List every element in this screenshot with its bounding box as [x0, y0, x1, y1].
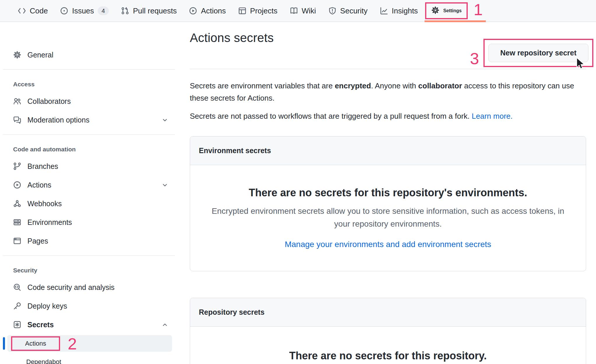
table-icon — [238, 7, 246, 15]
browser-icon — [13, 237, 21, 245]
gear-icon — [13, 51, 21, 59]
code-icon — [18, 7, 26, 15]
tab-settings[interactable]: Settings — [425, 2, 468, 19]
chevron-down-icon[interactable] — [161, 116, 169, 124]
repository-secrets-box: Repository secrets There are no secrets … — [190, 298, 586, 364]
environment-secrets-empty-title: There are no secrets for this repository… — [208, 186, 568, 200]
squared-asterisk-icon — [13, 321, 21, 329]
tab-projects[interactable]: Projects — [232, 0, 284, 22]
people-icon — [13, 97, 21, 105]
tab-security[interactable]: Security — [322, 0, 374, 22]
sidebar-item-label: Pages — [27, 237, 48, 245]
mouse-cursor — [576, 58, 588, 72]
tab-label: Wiki — [302, 6, 316, 15]
play-icon — [189, 7, 197, 15]
sidebar-item-collaborators[interactable]: Collaborators — [3, 92, 175, 111]
sidebar-section-code-automation: Code and automation — [3, 140, 175, 157]
repo-tab-bar: Code Issues 4 Pull requests Actions Proj… — [0, 0, 596, 22]
sidebar-item-label: Moderation options — [27, 116, 90, 124]
graph-icon — [380, 7, 388, 15]
manage-environments-link[interactable]: Manage your environments and add environ… — [285, 239, 491, 250]
sidebar-item-general[interactable]: General — [3, 46, 175, 64]
tab-pull-requests[interactable]: Pull requests — [115, 0, 183, 22]
sidebar-item-pages[interactable]: Pages — [3, 232, 175, 250]
settings-sidebar: General Access Collaborators Moderation … — [0, 22, 181, 364]
repository-secrets-header: Repository secrets — [190, 298, 586, 327]
sidebar-item-label: Deploy keys — [27, 302, 67, 310]
sidebar-item-webhooks[interactable]: Webhooks — [3, 194, 175, 213]
sidebar-item-label: Branches — [27, 162, 58, 171]
play-icon — [13, 181, 21, 189]
issue-opened-icon — [60, 7, 68, 15]
tab-label: Issues — [72, 6, 94, 15]
shield-icon — [328, 7, 336, 15]
sidebar-divider — [3, 256, 175, 256]
sidebar-divider — [3, 69, 175, 70]
tab-label: Pull requests — [133, 6, 177, 15]
tab-label: Security — [340, 6, 368, 15]
sidebar-item-secrets-actions[interactable]: Actions 2 — [7, 335, 172, 352]
fork-note-text: Secrets are not passed to workflows that… — [190, 110, 586, 122]
sidebar-item-label: Actions — [25, 340, 46, 347]
sidebar-item-label: Environments — [27, 218, 72, 227]
sidebar-item-code-security[interactable]: Code security and analysis — [3, 278, 175, 297]
repository-secrets-body: There are no secrets for this repository… — [190, 327, 586, 363]
git-pull-request-icon — [121, 7, 129, 15]
sidebar-item-label: General — [27, 51, 53, 59]
sidebar-section-security: Security — [3, 261, 175, 278]
environment-secrets-empty-description: Encrypted environment secrets allow you … — [209, 205, 567, 230]
repository-secrets-empty-title: There are no secrets for this repository… — [208, 349, 568, 363]
webhook-icon — [13, 200, 21, 208]
book-icon — [290, 7, 298, 15]
secrets-intro-text: Secrets are environment variables that a… — [190, 80, 586, 104]
tab-label: Actions — [201, 6, 226, 15]
tab-label: Projects — [250, 6, 278, 15]
chevron-up-icon[interactable] — [161, 321, 169, 328]
issues-count-badge: 4 — [98, 6, 109, 15]
git-branch-icon — [13, 162, 21, 170]
sidebar-item-moderation-options[interactable]: Moderation options — [3, 111, 175, 129]
annotation-number-3: 3 — [470, 50, 479, 67]
main-content: Actions secrets 3 New repository secret … — [181, 22, 596, 364]
sidebar-item-label: Collaborators — [27, 97, 71, 106]
annotation-number-1: 1 — [474, 1, 483, 18]
comment-discussion-icon — [13, 116, 21, 124]
tab-label: Code — [30, 6, 48, 15]
sidebar-item-secrets-dependabot[interactable]: Dependabot — [3, 352, 175, 364]
sidebar-item-actions[interactable]: Actions — [3, 176, 175, 194]
sidebar-item-branches[interactable]: Branches — [3, 157, 175, 176]
environment-secrets-body: There are no secrets for this repository… — [190, 165, 586, 250]
sidebar-item-secrets[interactable]: Secrets — [3, 315, 175, 334]
server-icon — [13, 218, 21, 226]
annotation-3-group: 3 New repository secret — [470, 39, 593, 67]
key-icon — [13, 302, 21, 310]
annotation-box-2: Actions — [11, 336, 60, 351]
environment-secrets-header: Environment secrets — [190, 136, 586, 165]
tab-actions[interactable]: Actions — [183, 0, 232, 22]
sidebar-section-access: Access — [3, 75, 175, 92]
gear-icon — [431, 6, 439, 15]
sidebar-item-environments[interactable]: Environments — [3, 213, 175, 232]
active-item-indicator — [3, 337, 5, 350]
sidebar-item-label: Secrets — [27, 321, 54, 329]
sidebar-item-deploy-keys[interactable]: Deploy keys — [3, 297, 175, 315]
codescan-icon — [13, 283, 21, 291]
environment-secrets-box: Environment secrets There are no secrets… — [190, 136, 586, 271]
new-repository-secret-button[interactable]: New repository secret — [488, 44, 588, 62]
sidebar-item-label: Webhooks — [27, 200, 62, 208]
tab-settings-wrap: Settings — [425, 0, 468, 22]
sidebar-item-label: Actions — [27, 181, 51, 189]
chevron-down-icon[interactable] — [161, 181, 169, 189]
page-header: Actions secrets 3 New repository secret — [190, 31, 586, 69]
learn-more-link[interactable]: Learn more. — [472, 112, 513, 120]
tab-issues[interactable]: Issues 4 — [54, 0, 115, 22]
sidebar-divider — [3, 134, 175, 135]
annotation-number-2: 2 — [68, 336, 77, 352]
tab-label: Insights — [392, 6, 418, 15]
tab-wiki[interactable]: Wiki — [284, 0, 322, 22]
tab-label: Settings — [443, 8, 462, 13]
tab-insights[interactable]: Insights — [374, 0, 424, 22]
tab-code[interactable]: Code — [12, 0, 54, 22]
sidebar-item-label: Code security and analysis — [27, 283, 115, 292]
